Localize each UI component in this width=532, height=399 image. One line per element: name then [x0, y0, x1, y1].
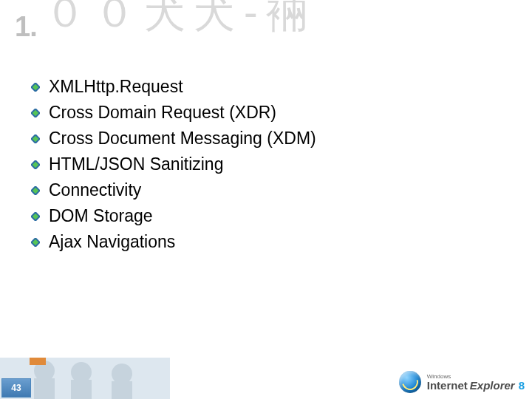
list-item: Connectivity: [31, 180, 316, 200]
ie-e-icon: [399, 371, 421, 393]
ie-version-label: 8: [519, 380, 525, 391]
page-number: 43: [1, 378, 31, 398]
list-item: Ajax Navigations: [31, 232, 316, 252]
bullet-icon: [31, 109, 40, 117]
list-item-label: Ajax Navigations: [49, 232, 175, 252]
bullet-icon: [31, 83, 40, 92]
ie-internet-label: Internet: [427, 380, 468, 391]
svg-rect-21: [30, 358, 46, 365]
svg-rect-20: [112, 381, 132, 399]
list-item: Cross Domain Request (XDR): [31, 103, 316, 123]
list-item-label: HTML/JSON Sanitizing: [49, 154, 223, 174]
svg-rect-16: [34, 378, 55, 399]
ie-explorer-label: Explorer: [470, 380, 515, 391]
bullet-icon: [31, 160, 40, 169]
list-item: DOM Storage: [31, 206, 316, 226]
ie-logo: Windows Internet Explorer 8: [399, 371, 525, 393]
list-item-label: XMLHttp.Request: [49, 77, 183, 97]
svg-point-17: [71, 362, 92, 383]
list-item: HTML/JSON Sanitizing: [31, 154, 316, 174]
bullet-icon: [31, 212, 40, 221]
bullet-icon: [31, 134, 40, 143]
ie-logo-text: Windows Internet Explorer 8: [427, 374, 525, 391]
list-item-label: Cross Domain Request (XDR): [49, 103, 276, 123]
list-item-label: Cross Document Messaging (XDM): [49, 129, 316, 149]
bullet-icon: [31, 186, 40, 195]
title-number: 1.: [15, 11, 37, 43]
page-number-value: 43: [11, 383, 21, 393]
bullet-list: XMLHttp.Request Cross Domain Request (XD…: [31, 77, 316, 252]
list-item: XMLHttp.Request: [31, 77, 316, 97]
title-glyphs: ０ ０ 犬 犬 - 裲: [44, 0, 306, 41]
svg-point-19: [112, 364, 132, 384]
list-item-label: DOM Storage: [49, 206, 153, 226]
list-item-label: Connectivity: [49, 180, 141, 200]
list-item: Cross Document Messaging (XDM): [31, 129, 316, 149]
bullet-icon: [31, 238, 40, 247]
svg-rect-18: [71, 380, 92, 399]
footer: 43 Windows Internet Explorer 8: [0, 355, 532, 399]
slide-title: 1. ０ ０ 犬 犬 - 裲: [15, 0, 525, 53]
